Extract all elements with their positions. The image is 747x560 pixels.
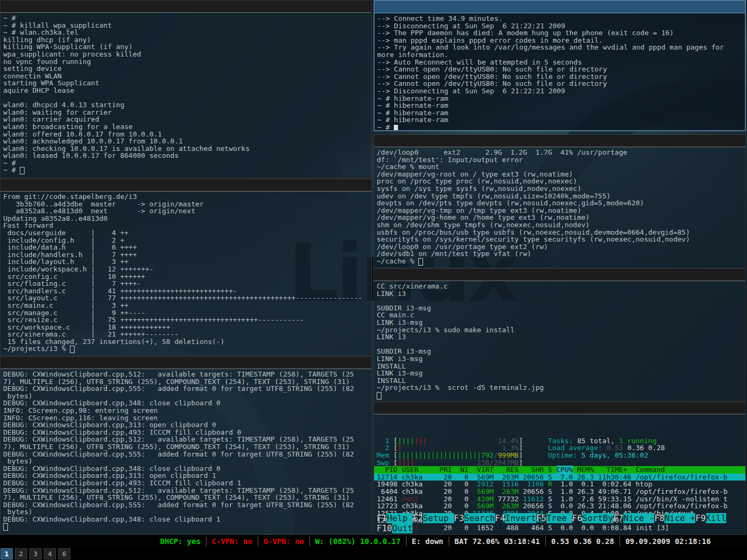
terminal-content[interactable]: From git://code.stapelberg.de/i3 3b3b760… [1, 191, 371, 356]
terminal-line: src/mainx.c | 3 ++ [3, 302, 369, 309]
text-segment: 5 days, 05:36:02 [582, 451, 648, 459]
text-segment: W: (082%) 10.0.0.17 [315, 537, 401, 546]
terminal-line: devpts on /dev/pts type devpts (rw,nosui… [377, 199, 743, 207]
text-segment: ~ # [377, 123, 394, 130]
titlebar[interactable]: ch3ka@lolita | scrot -d5 terminalz.jpg :… [374, 269, 745, 281]
terminal-line: From git://code.stapelberg.de/i3 [3, 193, 369, 201]
terminal-line: --> man pppd explains pppd error codes i… [377, 37, 742, 44]
terminal-line: wlan0: broadcasting for a lease [3, 123, 369, 131]
text-segment: E: down [412, 537, 443, 546]
terminal-line: LINK i3 [377, 290, 743, 298]
text-segment: Nice - [623, 513, 654, 523]
text-segment: 09.09.2009 02:18:16 [625, 537, 711, 546]
terminal-line: proc on /proc type proc (rw,nosuid,nodev… [377, 178, 743, 185]
terminal-line: starting WPA Supplicant [3, 79, 369, 87]
text-segment: F9 [695, 513, 705, 523]
workspace-button-2[interactable]: 2 [15, 548, 27, 559]
htop-function-key-bar[interactable]: F1Help F2Setup F3SearchF4InvertF5Tree F6… [374, 513, 745, 533]
terminal-line: wlan0: offered 10.0.0.17 from 10.0.0.1 [3, 131, 369, 138]
terminal-line: setting device [3, 65, 369, 73]
terminal-content[interactable]: DEBUG: CXWindowsClipboard.cpp,512: avail… [1, 369, 371, 534]
terminal-line: DEBUG: CXWindowsClipboard.cpp,555: added… [3, 385, 369, 393]
terminal-line: ~ # killall wpa_supplicant [3, 22, 369, 29]
terminal-line: more information. [377, 51, 742, 59]
terminal-line: INFO: CScreen.cpp,98: entering screen [3, 407, 369, 414]
terminal-line: aquire DHCP lease [3, 87, 369, 94]
terminal-content[interactable]: CC src/xinerama.cLINK i3SUBDIR i3-msgCC … [374, 281, 745, 401]
text-segment: SortBy [582, 513, 613, 523]
terminal-line: ~ # hibernate-ram [377, 95, 742, 102]
titlebar[interactable]: ch3ka@lolita | synergyc -f 10.0.0.43:~/i… [1, 357, 371, 369]
terminal-line: wlan0: checking 10.0.0.17 is available o… [3, 145, 369, 153]
terminal-line: DEBUG: CXWindowsClipboard.cpp,512: avail… [3, 371, 369, 378]
terminal-line: --> Try again and look into /var/log/mes… [377, 44, 742, 51]
terminal-window-wlan: root@lolita | zsh:~ ~ #~ # killall wpa_s… [0, 0, 372, 179]
terminal-line: F1Help F2Setup F3SearchF4InvertF5Tree F6… [374, 513, 745, 533]
workspace-button-1[interactable]: 1 [1, 548, 13, 559]
terminal-line: DEBUG: CXWindowsClipboard.cpp,555: added… [3, 451, 369, 458]
terminal-line: killing dhcp (if any) [3, 36, 369, 44]
terminal-line: ~ # [377, 124, 742, 130]
text-segment [377, 392, 382, 399]
text-segment: 0.53 0.36 0.28 [551, 537, 614, 546]
terminal-line: 7), MULTIPLE (256), UTF8_STRING (255), C… [3, 443, 369, 451]
text-segment [418, 258, 423, 266]
text-segment [394, 125, 398, 130]
text-segment: ~/cache % [377, 257, 418, 265]
terminal-line: LINK i3-msg [377, 319, 743, 326]
text-segment: BAT 72.06% 03:18:41 [455, 537, 540, 546]
terminal-line: --> Disconnecting at Sun Sep 6 21:22:21 … [377, 87, 742, 95]
terminal-line: INSTALL [377, 377, 743, 385]
terminal-line: ~/cache % [377, 258, 743, 266]
terminal-line: DEBUG: CXWindowsClipboard.cpp,493: ICCCM… [3, 429, 369, 436]
titlebar[interactable]: ch3ka@lolita | zsh:~/projects/i3 [1, 179, 371, 191]
terminal-line: --> Cannot open /dev/ttyUSB0: No such fi… [377, 80, 742, 87]
terminal-line: src/config.c | 10 ++++++ [3, 273, 369, 281]
terminal-content[interactable]: --> Connect time 34.9 minutes.--> Discon… [375, 13, 745, 130]
terminal-line: --> Connect time 34.9 minutes. [377, 15, 742, 22]
workspace-button-4[interactable]: 4 [44, 548, 56, 559]
terminal-line: LINK i3-msg [377, 355, 743, 363]
text-segment: Setup [423, 513, 454, 523]
titlebar[interactable]: root@lolita | zsh:~ [1, 1, 371, 13]
terminal-line [3, 523, 369, 531]
terminal-content[interactable]: ~ #~ # killall wpa_supplicant~ # wlan.ch… [1, 13, 371, 178]
terminal-line: usbfs on /proc/bus/usb type usbfs (rw,no… [377, 229, 743, 236]
desktop: Linux root@lolita | zsh:~ ~ #~ # killall… [0, 0, 747, 560]
separator [449, 537, 449, 546]
terminal-line: wpa_supplicant: no process killed [3, 51, 369, 58]
terminal-line: CC main.c [377, 311, 743, 319]
workspace-button-3[interactable]: 3 [29, 548, 42, 559]
separator [309, 537, 310, 546]
terminal-line: 7), MULTIPLE (256), UTF8_STRING (255), C… [3, 378, 369, 386]
terminal-line: include/workspace.h | 12 +++++++- [3, 266, 369, 273]
terminal-line: wlan0: leased 10.0.0.17 for 864000 secon… [3, 152, 369, 159]
terminal-line: bytes) [3, 393, 369, 400]
terminal-line: LINK i3-msg [377, 370, 743, 377]
terminal-line [377, 297, 743, 305]
text-segment: F4 [495, 513, 505, 523]
titlebar[interactable]: ch3ka@lolita | htop:~/incoming [374, 402, 745, 414]
terminal-line: bytes) [3, 508, 369, 516]
text-segment: F3 [454, 513, 464, 523]
terminal-line: DHCP: yesC-VPN: noO-VPN: noW: (082%) 10.… [160, 537, 711, 546]
titlebar[interactable]: root@lolita | zsh:~ [375, 1, 745, 13]
terminal-line: Updating a8352a8..e4813d0 [3, 215, 369, 222]
terminal-line: 12461 root 20 0 420M 77732 11612 S 1.0 7… [374, 495, 745, 503]
text-segment [20, 167, 25, 174]
terminal-line: src/xinerama.c | 21 ++++++-------- [3, 331, 369, 338]
terminal-line: /dev/mapper/vg-home on /home type ext3 (… [377, 214, 743, 221]
terminal-line: DEBUG: CXWindowsClipboard.cpp,348: close… [3, 465, 369, 473]
text-segment: Quit [392, 523, 413, 533]
terminal-content[interactable]: /dev/loop0 ext2 2.9G 1.2G 1.7G 41% /usr/… [374, 147, 745, 268]
separator [206, 537, 206, 546]
terminal-line: /dev/mapper/vg-root on / type ext3 (rw,n… [377, 171, 743, 178]
terminal-line: 7), MULTIPLE (256), UTF8_STRING (255), C… [3, 494, 369, 501]
titlebar[interactable]: ch3ka@lolita | zsh:~/cache [374, 135, 745, 147]
terminal-line: ~/projects/i3 % scrot -d5 terminalz.jpg [377, 384, 743, 391]
text-segment: ~/projects/i3 % [3, 345, 70, 353]
terminal-line: shm on /dev/shm type tmpfs (rw,noexec,no… [377, 221, 743, 229]
terminal-line: /dev/mapper/vg-tmp on /tmp type ext3 (rw… [377, 207, 743, 214]
workspace-button-6[interactable]: 6 [58, 548, 70, 559]
terminal-line: INFO: CScreen.cpp,116: leaving screen [3, 414, 369, 422]
